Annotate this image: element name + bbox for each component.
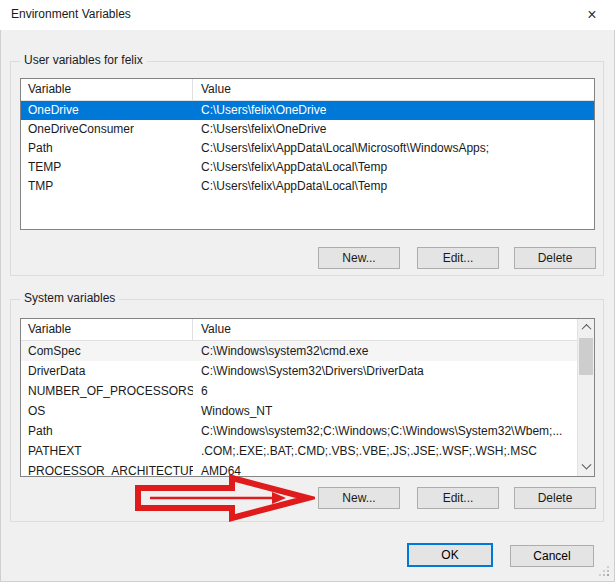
user-delete-button[interactable]: Delete <box>514 247 596 269</box>
value-cell[interactable]: C:\Users\felix\OneDrive <box>193 120 594 139</box>
system-delete-button[interactable]: Delete <box>514 487 596 509</box>
table-body: OneDrive C:\Users\felix\OneDrive OneDriv… <box>21 101 594 196</box>
table-row[interactable]: OS Windows_NT <box>21 401 577 421</box>
system-new-button[interactable]: New... <box>318 487 400 509</box>
vertical-scrollbar[interactable] <box>577 319 594 476</box>
variable-cell[interactable]: NUMBER_OF_PROCESSORS <box>21 381 193 401</box>
user-new-button[interactable]: New... <box>318 247 400 269</box>
value-cell[interactable]: C:\Windows\system32\cmd.exe <box>193 341 577 361</box>
user-variables-label: User variables for felix <box>20 53 147 67</box>
variable-cell[interactable]: PATHEXT <box>21 441 193 461</box>
variable-cell[interactable]: TEMP <box>21 158 193 177</box>
scrollbar-thumb[interactable] <box>579 338 593 375</box>
variable-cell[interactable]: OneDriveConsumer <box>21 120 193 139</box>
table-header: Variable Value <box>21 319 577 341</box>
table-row[interactable]: Path C:\Users\felix\AppData\Local\Micros… <box>21 139 594 158</box>
table-body: ComSpec C:\Windows\system32\cmd.exe Driv… <box>21 341 577 477</box>
environment-variables-dialog: Environment Variables × User variables f… <box>0 0 615 582</box>
variable-cell[interactable]: PROCESSOR_ARCHITECTURE <box>21 461 193 477</box>
cancel-button[interactable]: Cancel <box>510 545 594 567</box>
system-edit-button[interactable]: Edit... <box>417 487 499 509</box>
user-variables-group: User variables for felix Variable Value … <box>10 61 604 276</box>
column-header-variable[interactable]: Variable <box>21 319 193 340</box>
user-edit-button[interactable]: Edit... <box>417 247 499 269</box>
value-cell[interactable]: C:\Windows\System32\Drivers\DriverData <box>193 361 577 381</box>
table-row[interactable]: DriverData C:\Windows\System32\Drivers\D… <box>21 361 577 381</box>
variable-cell[interactable]: OneDrive <box>21 101 193 120</box>
variable-cell[interactable]: Path <box>21 139 193 158</box>
scroll-up-button[interactable] <box>578 319 594 336</box>
value-cell[interactable]: .COM;.EXE;.BAT;.CMD;.VBS;.VBE;.JS;.JSE;.… <box>193 441 577 461</box>
value-cell[interactable]: C:\Users\felix\AppData\Local\Temp <box>193 177 594 196</box>
ok-button[interactable]: OK <box>407 543 493 567</box>
table-row[interactable]: OneDriveConsumer C:\Users\felix\OneDrive <box>21 120 594 139</box>
value-cell[interactable]: C:\Windows\system32;C:\Windows;C:\Window… <box>193 421 577 441</box>
variable-cell[interactable]: OS <box>21 401 193 421</box>
table-row[interactable]: OneDrive C:\Users\felix\OneDrive <box>21 101 594 120</box>
value-cell[interactable]: C:\Users\felix\AppData\Local\Temp <box>193 158 594 177</box>
close-icon[interactable]: × <box>577 2 607 28</box>
resize-grip-icon[interactable] <box>607 574 609 576</box>
value-cell[interactable]: AMD64 <box>193 461 577 477</box>
variable-cell[interactable]: TMP <box>21 177 193 196</box>
value-cell[interactable]: C:\Users\felix\OneDrive <box>193 101 594 120</box>
title-bar: Environment Variables × <box>0 0 615 30</box>
variable-cell[interactable]: DriverData <box>21 361 193 381</box>
column-header-variable[interactable]: Variable <box>21 79 193 100</box>
table-row[interactable]: NUMBER_OF_PROCESSORS 6 <box>21 381 577 401</box>
table-row[interactable]: PATHEXT .COM;.EXE;.BAT;.CMD;.VBS;.VBE;.J… <box>21 441 577 461</box>
scroll-down-button[interactable] <box>578 459 594 476</box>
value-cell[interactable]: C:\Users\felix\AppData\Local\Microsoft\W… <box>193 139 594 158</box>
table-header: Variable Value <box>21 79 594 101</box>
variable-cell[interactable]: ComSpec <box>21 341 193 361</box>
window-title: Environment Variables <box>11 7 131 21</box>
column-header-value[interactable]: Value <box>193 79 594 100</box>
table-content: Variable Value ComSpec C:\Windows\system… <box>21 319 577 477</box>
column-header-value[interactable]: Value <box>193 319 577 340</box>
chevron-down-icon <box>581 460 591 470</box>
table-row[interactable]: PROCESSOR_ARCHITECTURE AMD64 <box>21 461 577 477</box>
user-variables-table: Variable Value OneDrive C:\Users\felix\O… <box>20 78 595 230</box>
variable-cell[interactable]: Path <box>21 421 193 441</box>
system-variables-label: System variables <box>20 291 119 305</box>
table-row[interactable]: ComSpec C:\Windows\system32\cmd.exe <box>21 341 577 361</box>
table-row[interactable]: Path C:\Windows\system32;C:\Windows;C:\W… <box>21 421 577 441</box>
chevron-up-icon <box>581 324 591 334</box>
value-cell[interactable]: 6 <box>193 381 577 401</box>
table-row[interactable]: TEMP C:\Users\felix\AppData\Local\Temp <box>21 158 594 177</box>
system-variables-table: Variable Value ComSpec C:\Windows\system… <box>20 318 595 477</box>
table-row[interactable]: TMP C:\Users\felix\AppData\Local\Temp <box>21 177 594 196</box>
value-cell[interactable]: Windows_NT <box>193 401 577 421</box>
